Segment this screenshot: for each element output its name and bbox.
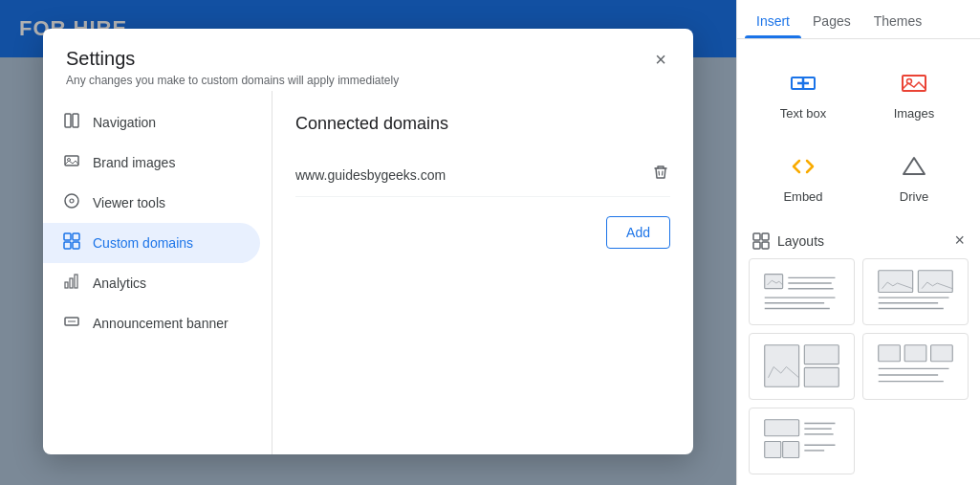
svg-rect-17 — [879, 271, 913, 293]
svg-rect-8 — [753, 242, 760, 249]
modal-main: Connected domains www.guidesbygeeks.com — [272, 91, 693, 454]
svg-rect-41 — [65, 156, 78, 165]
layout-card-3[interactable] — [749, 333, 855, 400]
images-label: Images — [894, 106, 935, 121]
modal-close-button[interactable]: × — [651, 48, 670, 71]
modal-subtitle: Any changes you make to custom domains w… — [66, 74, 399, 87]
svg-rect-45 — [64, 233, 71, 240]
layout-card-2[interactable] — [862, 258, 969, 325]
svg-point-43 — [65, 194, 78, 208]
layouts-header: Layouts × — [749, 227, 969, 258]
svg-rect-7 — [762, 233, 769, 240]
svg-rect-9 — [762, 242, 769, 249]
textbox-icon — [786, 66, 820, 100]
viewer-tools-icon — [62, 192, 81, 213]
analytics-icon — [62, 273, 81, 294]
embed-icon — [786, 149, 820, 184]
domain-row: www.guidesbygeeks.com — [295, 153, 670, 197]
brand-images-label: Brand images — [93, 155, 175, 170]
domain-url: www.guidesbygeeks.com — [295, 167, 446, 183]
navigation-label: Navigation — [93, 115, 156, 130]
images-icon — [897, 66, 931, 100]
svg-line-54 — [659, 171, 660, 175]
svg-rect-46 — [73, 233, 79, 240]
sidebar-item-custom-domains[interactable]: Custom domains — [43, 223, 260, 263]
layout-card-1[interactable] — [749, 258, 855, 325]
modal-sidebar: Navigation Brand images — [43, 91, 272, 454]
layouts-grid — [749, 258, 969, 474]
insert-textbox[interactable]: Text box — [749, 51, 858, 132]
svg-rect-50 — [70, 278, 73, 288]
svg-rect-33 — [783, 441, 799, 457]
textbox-label: Text box — [780, 106, 826, 121]
panel-content: Text box Images — [737, 39, 980, 485]
embed-label: Embed — [783, 189, 822, 204]
layouts-icon — [752, 232, 770, 250]
svg-rect-39 — [65, 114, 71, 127]
insert-grid: Text box Images — [749, 51, 969, 215]
navigation-icon — [62, 112, 81, 133]
layout-card-5[interactable] — [749, 408, 855, 474]
svg-rect-31 — [765, 420, 799, 436]
drive-icon — [897, 149, 931, 184]
layout-card-4[interactable] — [862, 333, 969, 400]
tab-themes[interactable]: Themes — [862, 0, 934, 38]
delete-domain-button[interactable] — [651, 163, 670, 187]
svg-rect-24 — [804, 367, 838, 386]
svg-rect-6 — [753, 233, 760, 240]
add-domain-button[interactable]: Add — [606, 216, 670, 249]
sidebar-item-brand-images[interactable]: Brand images — [43, 143, 260, 183]
insert-drive[interactable]: Drive — [860, 134, 969, 215]
svg-marker-5 — [904, 158, 925, 174]
svg-rect-3 — [903, 76, 926, 91]
layouts-close[interactable]: × — [954, 231, 965, 251]
insert-images[interactable]: Images — [860, 51, 969, 132]
svg-line-55 — [663, 171, 664, 175]
sidebar-item-viewer-tools[interactable]: Viewer tools — [43, 183, 260, 223]
announcement-banner-icon — [62, 313, 81, 334]
svg-point-44 — [70, 199, 74, 203]
svg-rect-32 — [765, 441, 781, 457]
svg-rect-23 — [804, 345, 838, 364]
svg-rect-18 — [918, 271, 952, 293]
right-panel: Insert Pages Themes Text box — [736, 0, 980, 485]
tab-insert[interactable]: Insert — [745, 0, 801, 38]
svg-rect-22 — [765, 345, 799, 386]
layouts-title: Layouts — [752, 232, 824, 250]
analytics-label: Analytics — [93, 276, 146, 291]
viewer-tools-label: Viewer tools — [93, 195, 165, 210]
modal-header: Settings Any changes you make to custom … — [43, 29, 693, 91]
insert-embed[interactable]: Embed — [749, 134, 858, 215]
connected-domains-title: Connected domains — [295, 114, 670, 134]
svg-rect-27 — [931, 345, 953, 362]
sidebar-item-announcement-banner[interactable]: Announcement banner — [43, 303, 260, 343]
announcement-banner-label: Announcement banner — [93, 316, 229, 331]
modal-body: Navigation Brand images — [43, 91, 693, 454]
svg-rect-49 — [65, 282, 68, 288]
svg-rect-26 — [904, 345, 926, 362]
custom-domains-label: Custom domains — [93, 235, 193, 251]
brand-images-icon — [62, 152, 81, 173]
custom-domains-icon — [62, 232, 81, 254]
modal-header-text: Settings Any changes you make to custom … — [66, 48, 399, 87]
svg-rect-25 — [879, 345, 901, 362]
modal-title: Settings — [66, 48, 399, 70]
tab-pages[interactable]: Pages — [801, 0, 862, 38]
sidebar-item-analytics[interactable]: Analytics — [43, 263, 260, 303]
drive-label: Drive — [900, 189, 928, 204]
sidebar-item-navigation[interactable]: Navigation — [43, 102, 260, 143]
settings-modal: Settings Any changes you make to custom … — [43, 29, 693, 454]
svg-rect-47 — [64, 242, 71, 249]
svg-rect-51 — [75, 275, 77, 288]
svg-rect-40 — [73, 114, 78, 127]
panel-tabs: Insert Pages Themes — [737, 0, 980, 39]
modal-overlay: Settings Any changes you make to custom … — [0, 0, 736, 485]
svg-rect-48 — [73, 242, 79, 249]
